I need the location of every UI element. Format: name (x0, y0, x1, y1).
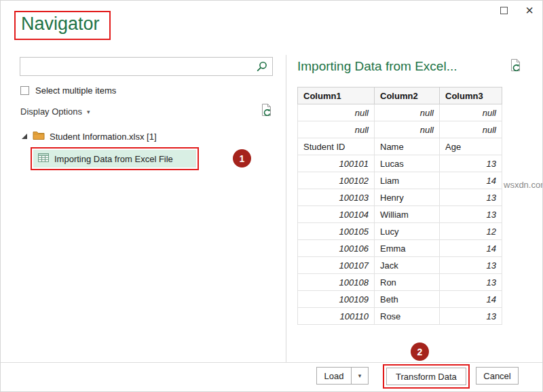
navigator-dialog: × Navigator Select multiple items Displa… (0, 0, 543, 392)
table-cell: William (375, 206, 440, 223)
table-cell: null (375, 104, 440, 121)
table-row: 100105Lucy12 (298, 223, 502, 240)
title-annotation-box: Navigator (14, 11, 111, 40)
maximize-button[interactable] (498, 4, 510, 16)
table-cell: 100107 (298, 257, 375, 274)
table-cell: 100105 (298, 223, 375, 240)
table-cell: null (298, 121, 375, 138)
table-cell: Lucas (375, 155, 440, 172)
close-icon: × (525, 3, 533, 17)
display-options-label: Display Options (20, 106, 82, 117)
transform-annotation-box: Transform Data (383, 364, 470, 389)
load-button[interactable]: Load (316, 367, 352, 385)
table-cell: 100109 (298, 291, 375, 308)
preview-title: Importing Data from Excel... (297, 59, 457, 74)
select-multiple-row: Select multiple items (20, 85, 116, 96)
table-cell: 13 (440, 257, 502, 274)
table-cell: 14 (440, 172, 502, 189)
table-cell: Liam (375, 172, 440, 189)
chevron-down-icon: ▾ (358, 372, 362, 379)
search-input[interactable] (20, 58, 272, 75)
table-row: nullnullnull (298, 104, 502, 121)
select-multiple-checkbox[interactable] (20, 86, 29, 95)
preview-table: Column1Column2Column3 nullnullnullnullnu… (297, 87, 502, 325)
load-dropdown-button[interactable]: ▾ (351, 367, 369, 385)
table-row: 100102Liam14 (298, 172, 502, 189)
table-cell: 100108 (298, 274, 375, 291)
tree-item-workbook[interactable]: Student Information.xlsx [1] (21, 130, 157, 142)
table-row: 100109Beth14 (298, 291, 502, 308)
table-row: 100103Henry13 (298, 189, 502, 206)
table-cell: Age (440, 138, 502, 155)
table-row: Student IDNameAge (298, 138, 502, 155)
preview-table-header-row: Column1Column2Column3 (298, 87, 502, 104)
table-cell: 100102 (298, 172, 375, 189)
table-cell: 100103 (298, 189, 375, 206)
sheet-label: Importing Data from Excel File (54, 154, 173, 164)
chevron-down-icon: ▾ (87, 109, 90, 115)
refresh-left-button[interactable] (261, 104, 274, 119)
table-icon (38, 153, 49, 165)
table-cell: 13 (440, 189, 502, 206)
table-cell: 100104 (298, 206, 375, 223)
table-cell: 100106 (298, 240, 375, 257)
table-cell: 14 (440, 291, 502, 308)
table-row: nullnullnull (298, 121, 502, 138)
table-cell: Jack (375, 257, 440, 274)
table-cell: 13 (440, 308, 502, 325)
search-icon[interactable] (256, 61, 267, 75)
transform-data-button[interactable]: Transform Data (386, 368, 466, 385)
watermark: wsxdn.com (504, 180, 543, 190)
footer-divider (1, 362, 543, 363)
table-cell: Rose (375, 308, 440, 325)
display-options-dropdown[interactable]: Display Options ▾ (20, 106, 90, 117)
annotation-step-1-badge: 1 (233, 149, 251, 168)
folder-icon (33, 130, 45, 142)
select-multiple-label: Select multiple items (35, 85, 116, 96)
refresh-file-icon (261, 104, 274, 119)
refresh-preview-button[interactable] (510, 59, 523, 75)
column-header: Column2 (375, 87, 440, 104)
tree-item-sheet[interactable]: Importing Data from Excel File (33, 150, 196, 168)
table-row: 100101Lucas13 (298, 155, 502, 172)
window-controls: × (498, 4, 536, 16)
display-options-row: Display Options ▾ (20, 104, 274, 119)
column-header: Column1 (298, 87, 375, 104)
table-cell: 100110 (298, 308, 375, 325)
table-cell: 14 (440, 240, 502, 257)
table-row: 100110Rose13 (298, 308, 502, 325)
workbook-label: Student Information.xlsx [1] (50, 132, 157, 142)
maximize-icon (500, 7, 508, 14)
table-cell: Lucy (375, 223, 440, 240)
cancel-button[interactable]: Cancel (476, 367, 519, 385)
table-row: 100108Ron13 (298, 274, 502, 291)
table-cell: 100101 (298, 155, 375, 172)
table-cell: Name (375, 138, 440, 155)
column-header: Column3 (440, 87, 502, 104)
close-button[interactable]: × (523, 4, 536, 16)
refresh-file-icon (510, 59, 523, 75)
panel-divider (286, 55, 286, 362)
table-cell: null (298, 104, 375, 121)
table-cell: Henry (375, 189, 440, 206)
table-row: 100104William13 (298, 206, 502, 223)
table-cell: Ron (375, 274, 440, 291)
table-cell: 12 (440, 223, 502, 240)
table-cell: null (440, 121, 502, 138)
table-cell: Emma (375, 240, 440, 257)
table-cell: null (375, 121, 440, 138)
page-title: Navigator (21, 14, 100, 35)
table-cell: Beth (375, 291, 440, 308)
annotation-step-2-badge: 2 (411, 342, 429, 361)
table-cell: null (440, 104, 502, 121)
preview-table-body: nullnullnullnullnullnullStudent IDNameAg… (298, 104, 502, 325)
table-cell: 13 (440, 274, 502, 291)
load-split-button: Load ▾ (316, 367, 369, 385)
tree-expand-icon[interactable] (21, 130, 28, 142)
table-cell: Student ID (298, 138, 375, 155)
search-box (20, 57, 273, 76)
selected-item-annotation-box: Importing Data from Excel File (31, 147, 199, 170)
table-cell: 13 (440, 155, 502, 172)
preview-header: Importing Data from Excel... (297, 59, 523, 75)
table-row: 100107Jack13 (298, 257, 502, 274)
